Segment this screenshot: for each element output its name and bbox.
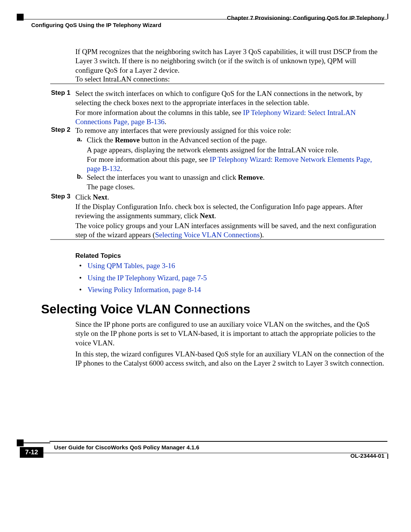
footer-page-number: 7-12: [20, 447, 43, 458]
step3-p1-b: Next: [93, 193, 107, 201]
intro-p1: If QPM recognizes that the neighboring s…: [75, 47, 384, 75]
related-link-1[interactable]: Using the IP Telephony Wizard, page 7-5: [88, 274, 207, 282]
related-link-2[interactable]: Viewing Policy Information, page 8-14: [88, 286, 201, 294]
related-item-2: Viewing Policy Information, page 8-14: [79, 285, 384, 295]
step2-a3-a: For more information about this page, se…: [87, 155, 210, 163]
footer-tick-icon: [387, 454, 388, 459]
header-chapter: Chapter 7 Provisioning: Configuring QoS …: [227, 14, 384, 21]
step3-p2-c: .: [214, 212, 216, 220]
related-item-0: Using QPM Tables, page 3-16: [79, 261, 384, 271]
step3-label: Step 3: [51, 193, 70, 200]
step2-b1-c: .: [263, 173, 265, 181]
related-heading: Related Topics: [75, 252, 121, 260]
footer-doc-id: OL-23444-01: [350, 452, 384, 459]
step2-b1-b: Remove: [238, 173, 263, 181]
step3-p1: Click Next.: [75, 193, 384, 202]
step2-p1: To remove any interfaces that were previ…: [75, 126, 384, 135]
step2-b-label: b.: [77, 173, 83, 181]
step2-b1: Select the interfaces you want to unassi…: [87, 173, 384, 182]
step2-label: Step 2: [51, 126, 70, 134]
step3-p2-b: Next: [200, 212, 214, 220]
step2-a1-b: Remove: [115, 136, 140, 144]
step2-a2: A page appears, displaying the network e…: [87, 145, 384, 155]
vlan-p1: Since the IP phone ports are configured …: [75, 320, 384, 348]
related-list: Using QPM Tables, page 3-16 Using the IP…: [79, 261, 384, 297]
footer-book-title: User Guide for CiscoWorks QoS Policy Man…: [54, 444, 199, 451]
step1-label: Step 1: [51, 89, 70, 97]
header-tick-icon: [387, 14, 388, 19]
step1-p2: For more information about the columns i…: [75, 108, 384, 127]
header-section: Configuring QoS Using the IP Telephony W…: [31, 22, 161, 28]
step1-p2-text: For more information about the columns i…: [75, 109, 243, 117]
step3-p2-a: If the Display Configuration Info. check…: [75, 203, 363, 220]
vlan-p2: In this step, the wizard configures VLAN…: [75, 350, 384, 368]
steps-rule-bottom: [50, 239, 384, 240]
step3-p3-b: ).: [260, 231, 264, 239]
step3-p3-link[interactable]: Selecting Voice VLAN Connections: [155, 231, 260, 239]
step2-a1-c: button in the Advanced section of the pa…: [140, 136, 267, 144]
step1-p1: Select the switch interfaces on which to…: [75, 89, 384, 108]
footer-rule: [49, 441, 387, 442]
step1-p2-end: .: [164, 118, 166, 126]
step2-a1: Click the Remove button in the Advanced …: [87, 136, 384, 145]
step3-p2: If the Display Configuration Info. check…: [75, 202, 384, 221]
related-link-0[interactable]: Using QPM Tables, page 3-16: [88, 262, 175, 270]
header-marker-icon: [17, 14, 24, 21]
page: Chapter 7 Provisioning: Configuring QoS …: [0, 0, 411, 532]
footer-rule-2: [43, 453, 387, 453]
heading-voice-vlan: Selecting Voice VLAN Connections: [41, 302, 250, 316]
step3-p3: The voice policy groups and your LAN int…: [75, 221, 384, 240]
step2-a1-a: Click the: [87, 136, 115, 144]
step2-b1-a: Select the interfaces you want to unassi…: [87, 173, 238, 181]
footer-marker-icon: [17, 439, 24, 446]
footer-dash: [24, 443, 50, 443]
step3-p1-a: Click: [75, 193, 93, 201]
step2-b2: The page closes.: [87, 182, 384, 192]
intro-p2: To select IntraLAN connections:: [75, 75, 384, 84]
step3-p1-c: .: [107, 193, 109, 201]
step2-a3-b: .: [120, 165, 122, 173]
related-item-1: Using the IP Telephony Wizard, page 7-5: [79, 273, 384, 283]
steps-rule-top: [50, 83, 384, 84]
step2-a-label: a.: [77, 136, 82, 143]
step2-a3: For more information about this page, se…: [87, 155, 384, 174]
